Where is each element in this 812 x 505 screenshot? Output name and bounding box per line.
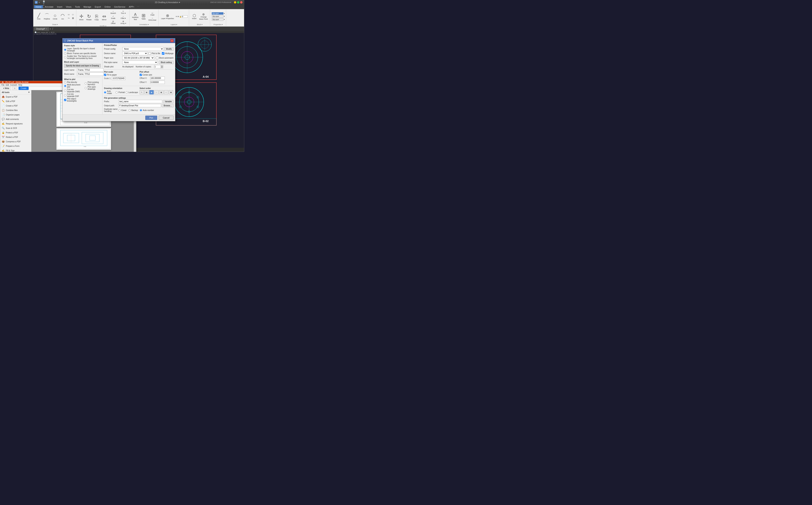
cut-dwg-option[interactable]: Cut into separate DWG [64, 89, 81, 93]
paper-size-select[interactable]: ISO A4 (210.00 x 297.00 MM) [122, 56, 154, 60]
menu-home[interactable]: Home [34, 5, 43, 8]
sidebar-close-icon[interactable]: × [28, 91, 30, 94]
frame-radio-block[interactable] [64, 52, 66, 54]
scale-value-input[interactable]: 0.572762645914397 [112, 77, 125, 80]
array-btn[interactable]: ⊞ Array ▾ [118, 20, 128, 25]
tool-edit-pdf[interactable]: ✏️ Edit a PDF [0, 99, 31, 104]
fit-to-paper-label[interactable]: Fit to paper [104, 74, 138, 76]
menu-tools[interactable]: Tools [74, 5, 82, 8]
portrait-radio[interactable] [116, 91, 118, 94]
polyline-btn[interactable]: ⌒ Polyline [43, 12, 51, 21]
order-btn-7[interactable]: ▦ [169, 90, 173, 95]
stretch-btn[interactable]: ↔ Stretch [108, 10, 118, 15]
dialog-close-btn[interactable]: × [170, 39, 173, 42]
block-setting-btn[interactable]: Block setting [159, 61, 173, 64]
fit-to-paper-check[interactable] [104, 74, 106, 76]
menu-manage[interactable]: Manage [82, 5, 93, 8]
frame-radio-layer[interactable] [64, 49, 66, 51]
spline-btn[interactable]: 〜 [67, 17, 71, 20]
change-base-point-btn[interactable]: ⊕ ChangeBase Point [198, 12, 209, 21]
tool-prepare-form[interactable]: 📝 Prepare a Form [0, 144, 31, 148]
prefix-input[interactable]: text_name [118, 100, 162, 103]
acrobat-menu-help[interactable]: Help [18, 84, 22, 86]
autonumber-option[interactable]: Auto-number [140, 109, 154, 111]
frame-option-layer[interactable]: Layer: Specify the layer's closed rectan… [64, 47, 101, 52]
hatch-btn[interactable]: ▨ [71, 17, 75, 20]
multi-doc-option[interactable]: Multi-document plot [64, 84, 81, 88]
layers-chevron[interactable]: ▾ [176, 24, 177, 25]
print-existing-radio[interactable] [85, 82, 87, 85]
preset-config-select[interactable]: None [122, 47, 164, 51]
tool-compress[interactable]: 📦 Compress a PDF [0, 139, 31, 144]
tool-organize[interactable]: 📑 Organize pages [0, 113, 31, 117]
tool-combine[interactable]: 📋 Combine files [0, 108, 31, 113]
device-name-select[interactable]: DWG to PDF.pc5 [122, 51, 148, 55]
modify-chevron[interactable]: ▾ [105, 25, 106, 26]
landscape-option[interactable]: Landscape [126, 91, 138, 94]
menu-export[interactable]: Export [93, 5, 103, 8]
tool-create-pdf[interactable]: 📄 Create a PDF [0, 104, 31, 108]
layer-number-input[interactable] [182, 15, 188, 18]
plot-btn[interactable]: Plot [145, 116, 157, 120]
frame-option-block[interactable]: Block: Frames are specific blocks [64, 52, 101, 54]
arc-btn[interactable]: ◠ Arc [59, 12, 66, 21]
acrobat-menu-convert[interactable]: Convert [10, 84, 17, 86]
backup-radio[interactable] [129, 109, 131, 111]
auto-rotate-option[interactable]: Auto rotate [104, 90, 115, 95]
plot-open-option[interactable]: Plot open drawings [85, 86, 101, 90]
copies-input[interactable] [154, 65, 161, 68]
specify-block-layer-btn[interactable]: Specify the block and layer in Drawing [64, 64, 101, 67]
drawing4-tab-close[interactable]: × [46, 28, 47, 30]
tool-comments[interactable]: 💬 Add comments [0, 117, 31, 122]
cut-dxf-option[interactable]: Cut into separate DXF [64, 93, 81, 97]
copies-down-btn[interactable]: ▼ [161, 67, 163, 68]
drawing4-tab[interactable]: Drawing4* × [34, 27, 49, 31]
tool-protect[interactable]: 🔒 Protect a PDF [0, 131, 31, 135]
cover-option[interactable]: Cover [118, 109, 127, 111]
layer-name-input[interactable]: Frame, TITLE [77, 68, 104, 72]
browse-btn[interactable]: Browse... [162, 104, 173, 107]
field-btn[interactable]: ▭ Field [148, 12, 157, 16]
fillet-btn[interactable]: ⌐ Fillet ▾ [118, 15, 128, 20]
bylayer-color-dropdown[interactable]: ▾ [224, 12, 225, 14]
cut-dxf-radio[interactable] [64, 94, 66, 97]
insert-btn[interactable]: ⬡ Insert [191, 13, 198, 21]
plot-directly-radio[interactable] [64, 81, 66, 83]
frame-option-scatter[interactable]: Scatter line: The frame is a closed rect… [64, 55, 101, 59]
center-plot-label[interactable]: Center plot [140, 74, 174, 76]
plot-lineweights-check[interactable] [64, 99, 66, 101]
acrobat-new-btn[interactable]: ≡ Meta [1, 87, 11, 90]
acrobat-create-btn[interactable]: ☆ [12, 87, 17, 90]
rotate-btn[interactable]: ↻ Rotate [86, 13, 93, 22]
menu-extra[interactable]: ⋯ [137, 5, 139, 8]
new-tab-btn[interactable]: + [49, 27, 51, 30]
cancel-btn[interactable]: Cancel [159, 116, 173, 120]
frame-radio-scatter[interactable] [64, 56, 66, 58]
tool-fill-sign[interactable]: ✍️ Fill & Sign [0, 148, 31, 152]
block-automatch-check[interactable] [156, 57, 158, 59]
plot-directly-option[interactable]: Plot directly [64, 81, 81, 83]
tool-scan-ocr[interactable]: 🔍 Scan & OCR [0, 126, 31, 131]
rect-btn[interactable]: ▭ [67, 13, 71, 16]
plot-to-file-check[interactable] [148, 52, 151, 55]
order-btn-5[interactable]: ▦ [159, 90, 163, 95]
multi-doc-radio[interactable] [64, 85, 66, 87]
variable-btn[interactable]: Variable [163, 100, 173, 103]
backup-option[interactable]: Backup [129, 109, 138, 111]
portrait-option[interactable]: Portrait [116, 91, 125, 94]
ellipse-btn[interactable]: ⬭ [71, 13, 75, 16]
scale-btn[interactable]: ⤢ Scale [108, 15, 118, 20]
acrobat-menu-file[interactable]: File [1, 84, 4, 86]
autonumber-radio[interactable] [140, 109, 142, 111]
dimlinear-btn[interactable]: ↔ DimLinear [148, 17, 157, 21]
acrobat-menu-edit[interactable]: Edit [6, 84, 9, 86]
tool-redact[interactable]: ✂️ Redact a PDF [0, 135, 31, 139]
trim-btn[interactable]: ✂ Trim ▾ [118, 10, 128, 15]
menu-online[interactable]: Online [103, 5, 112, 8]
offset-btn[interactable]: ⊟ Offset [108, 20, 118, 25]
print-existing-option[interactable]: Print existing layout(s) [85, 81, 101, 86]
plot-lineweights-option[interactable]: Plot object lineweights [64, 98, 81, 102]
circle-btn[interactable]: ○ Circle [51, 12, 58, 21]
annotation-chevron[interactable]: ▾ [148, 24, 149, 25]
center-plot-check[interactable] [140, 74, 142, 76]
